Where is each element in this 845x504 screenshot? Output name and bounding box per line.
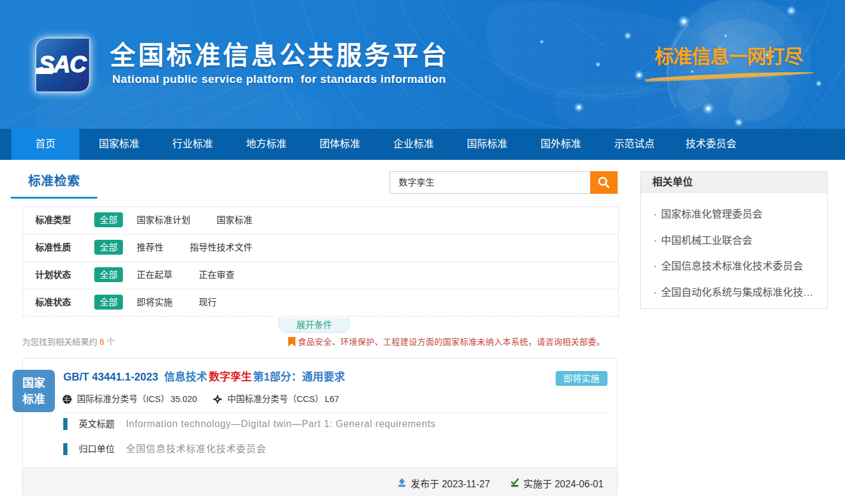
svg-text:SAC: SAC [39, 51, 87, 77]
